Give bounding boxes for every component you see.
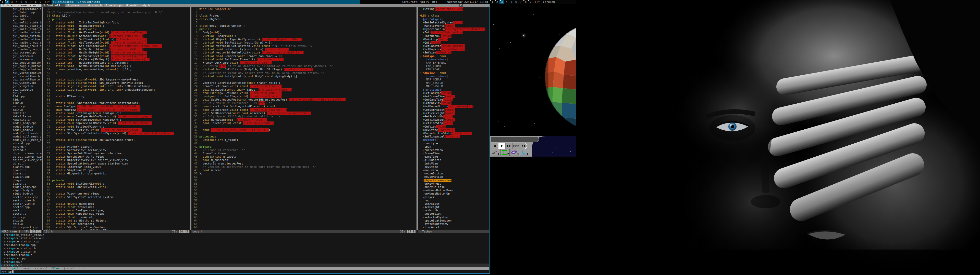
tree-file-rigid_body.h[interactable]: rigid_body.h [0,189,42,192]
layout-indicator-right[interactable]: []= [533,0,542,4]
workspace-tag-2[interactable]: 2 [5,0,10,4]
tagbar-row[interactable]: -currentView [418,149,489,152]
tagbar-row[interactable]: ▾+CamType : enum [418,54,489,58]
ctrlp-result[interactable]: src/space_station.cpp [0,240,489,243]
tagbar-row[interactable]: -spaceStationView [418,219,489,222]
tree-file-gui_screen.cpp[interactable]: gui_screen.cpp [0,51,42,54]
tree-file-gui_label.o[interactable]: gui_label.o [0,17,42,21]
tree-file-gui_label.h[interactable]: gui_label.h [0,14,42,17]
layout-indicator-left[interactable]: []= [43,0,52,4]
tagbar-row[interactable]: +GetSelectedSystem(void) [418,21,489,24]
workspace-tag-7[interactable]: 7 [519,0,523,4]
workspace-tag-1[interactable]: 1 [0,0,5,4]
tagbar-row[interactable]: -player [418,196,489,199]
pause-button[interactable] [491,143,498,149]
tagbar-row[interactable]: -sectorView [418,212,489,215]
hud-button-2[interactable]: 2 [501,149,510,156]
tree-file-Makefile.am[interactable]: Makefile.am [0,115,42,118]
tree-file-gui_multi_state_image_b[interactable]: gui_multi_state_image_b [0,27,42,31]
tree-file-sector.h[interactable]: sector.h [0,209,42,212]
tree-file-gui_radio_button.h[interactable]: gui_radio_button.h [0,34,42,38]
ctrlp-mode-regex[interactable]: regex [22,267,31,270]
tagbar-row[interactable]: -systemInfoView [418,222,489,226]
tagbar-row[interactable]: MAP_SECTOR [418,81,489,85]
tagbar-row[interactable]: -scrWidth [418,209,489,212]
tree-file-l3d.h[interactable]: l3d.h [0,98,42,101]
vim-tab[interactable]: 3 planet.h [65,4,86,7]
tagbar-row[interactable]: -timeAccel [418,226,489,229]
tagbar-row[interactable]: +String(const char* key) [418,7,489,11]
tree-file-planet.o[interactable]: planet.o [0,172,42,175]
tagbar-row[interactable]: -gameTime [418,155,489,158]
tree-file-player.h[interactable]: player.h [0,179,42,182]
tree-file-Makefile.in[interactable]: Makefile.in [0,118,42,122]
tagbar-row[interactable]: +GetTimeAccel(void) [418,118,489,122]
ctrlp-result[interactable]: src/space_station.o [0,250,489,253]
ctrlp-mode-prt[interactable]: prt [3,267,8,270]
tree-file-ship.o[interactable]: ship.o [0,222,42,226]
tagbar-row[interactable]: [prototypes] [418,17,489,21]
tree-file-model_coll_mesh_data.o[interactable]: model_coll_mesh_data.o [0,138,42,142]
workspace-tag-9[interactable]: 9 [528,0,533,4]
ctrlp-result[interactable]: src/sbre/transp.o [0,253,489,257]
tagbar-row[interactable]: +HyperspaceTo(StarSystem* destination [418,27,489,31]
ctrlp-mode-files[interactable]: files [51,267,59,270]
terminal-vim-window[interactable]: 1 object_viewer_view.h2 ControlP -3 plan… [0,4,490,274]
tagbar-row[interactable] [418,11,489,14]
tagbar-row[interactable]: -infoView [418,162,489,165]
tagbar-row[interactable]: +GetScrAspect(void) [418,108,489,112]
tagbar-row[interactable]: +MainLoop(void) [418,38,489,41]
ff3-button[interactable] [513,143,520,149]
tagbar-row[interactable]: +GetMouseMotion(int motion[2]) [418,105,489,108]
tree-file-sector_view.cpp[interactable]: sector_view.cpp [0,196,42,199]
ctrlp-result[interactable]: src/space_station.h [0,247,489,250]
tagbar-row[interactable]: -onMouseButtonUp [418,192,489,195]
tree-file-ship.h[interactable]: ship.h [0,219,42,222]
tagbar-row[interactable]: +GetTimeStep(void) [418,122,489,125]
tagbar-row[interactable]: +SetTimeAccel(float s) [418,135,489,138]
tree-file-main.o[interactable]: main.o [0,108,42,112]
tree-file-gui_radio_group.o[interactable]: gui_radio_group.o [0,47,42,51]
workspace-tag-3[interactable]: 3 [500,0,504,4]
tagbar-row[interactable]: -rng [418,199,489,202]
ctrlp-result[interactable]: >src/space.o [0,264,489,267]
workspace-tag-6[interactable]: 6 [514,0,519,4]
tagbar-row[interactable]: -keyState [418,165,489,169]
tagbar-row[interactable]: +KeyState(SDLKey k) [418,128,489,132]
ctrlp-prompt[interactable]: >>> sp [0,270,490,274]
hud-button-4[interactable]: ~~~4 [520,149,529,156]
ctrlp-result[interactable]: src/space.h [0,260,489,264]
tagbar-row[interactable]: +SetCamType(enum CamType) [418,44,489,47]
tree-file-gui_iselectable.h[interactable]: gui_iselectable.h [0,7,42,11]
tree-file-rigid_body.o[interactable]: rigid_body.o [0,192,42,195]
tagbar-row[interactable]: -cam_type [418,142,489,145]
tree-file-main.cpp[interactable]: main.cpp [0,105,42,108]
tab-close-button[interactable]: X [459,4,463,7]
tagbar-row[interactable]: -mouseButton [418,172,489,175]
tagbar-row[interactable]: +Quit(void) [418,41,489,44]
workspace-tag-9[interactable]: 9 [38,0,43,4]
tree-file-gui_vscrollbar.h[interactable]: gui_vscrollbar.h [0,74,42,78]
tree-file-mtrand.cpp[interactable]: mtrand.cpp [0,142,42,145]
tree-file-object.h[interactable]: object.h [0,162,42,165]
workspace-tag-6[interactable]: 6 [24,0,29,4]
tree-file-gui_widget.h[interactable]: gui_widget.h [0,85,42,88]
vim-tab[interactable]: 2 ControlP - [41,4,65,7]
tree-file-gui_radio_button.cpp[interactable]: gui_radio_button.cpp [0,31,42,34]
tagbar-row[interactable]: -onMouseButtonDown [418,189,489,192]
tagbar-row[interactable]: -selectedSystem [418,216,489,219]
workspace-tag-5[interactable]: 5 [19,0,24,4]
tree-file-rigid_body.cpp[interactable]: rigid_body.cpp [0,185,42,189]
workspace-tag-4[interactable]: 4 [504,0,509,4]
hud-button-3[interactable]: 3 [510,149,519,156]
tree-file-gui_widget.cpp[interactable]: gui_widget.cpp [0,81,42,85]
ctrlp-result[interactable]: src/space_station_view.o [0,237,489,240]
ffmax-button[interactable] [520,143,527,149]
ctrlp-result[interactable]: src/space_station_view.h [0,233,489,237]
tree-file-sector_view.h[interactable]: sector_view.h [0,199,42,202]
tagbar-row[interactable]: -frameTime [418,152,489,155]
tree-file-gui_label.cpp[interactable]: gui_label.cpp [0,11,42,14]
tree-file-gui.h[interactable]: gui.h [0,92,42,95]
code-window-l3d-h[interactable]: 3637/* Implementation is done in mainloo… [43,7,190,230]
tree-file-mtrand.o[interactable]: mtrand.o [0,149,42,152]
